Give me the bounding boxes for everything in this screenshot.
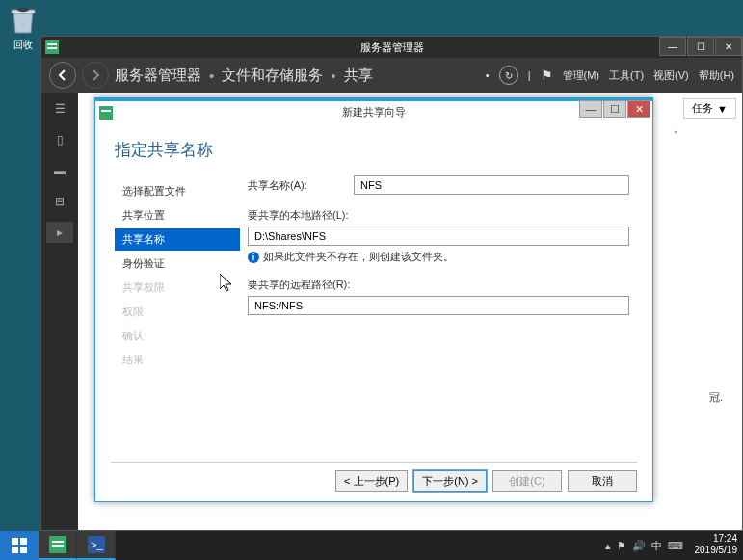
sidebar-item-disks[interactable]: ⊟ (46, 191, 73, 212)
svg-rect-3 (47, 47, 57, 49)
sidebar-item-servers[interactable]: ▯ (46, 129, 73, 150)
step-confirmation: 确认 (115, 325, 240, 347)
svg-rect-5 (101, 110, 111, 112)
step-authentication[interactable]: 身份验证 (115, 253, 240, 275)
menu-tools[interactable]: 工具(T) (609, 68, 644, 83)
clock-date: 2019/5/19 (695, 545, 738, 556)
step-select-profile[interactable]: 选择配置文件 (115, 180, 240, 202)
next-button[interactable]: 下一步(N) > (413, 470, 487, 492)
info-icon: i (248, 252, 259, 263)
wizard-footer: < 上一步(P) 下一步(N) > 创建(C) 取消 (111, 462, 637, 492)
svg-rect-11 (52, 541, 64, 543)
remote-path-label: 要共享的远程路径(R): (248, 278, 629, 292)
right-panel-text-2: 冠. (709, 390, 723, 405)
breadcrumb: 服务器管理器 • 文件和存储服务 • 共享 (115, 67, 373, 85)
share-name-input[interactable] (354, 175, 629, 195)
close-button[interactable]: ✕ (715, 37, 742, 56)
taskbar: >_ ▴ ⚑ 🔊 中 ⌨ 17:24 2019/5/19 (0, 531, 743, 560)
right-panel-text-1: 。 (674, 121, 736, 136)
step-share-location[interactable]: 共享位置 (115, 204, 240, 227)
wizard-form: 共享名称(A): 要共享的本地路径(L): i 如果此文件夹不存在，则创建该文件… (240, 123, 652, 501)
svg-rect-12 (52, 545, 64, 547)
svg-rect-2 (47, 43, 57, 45)
tray-volume-icon[interactable]: 🔊 (632, 540, 646, 552)
step-permissions: 权限 (115, 301, 240, 323)
local-path-label: 要共享的本地路径(L): (248, 208, 629, 223)
tray-up-icon[interactable]: ▴ (605, 540, 611, 552)
server-manager-titlebar[interactable]: 服务器管理器 — ☐ ✕ (41, 37, 742, 58)
share-name-label: 共享名称(A): (248, 178, 354, 193)
wizard-icon (99, 106, 113, 120)
cancel-button[interactable]: 取消 (568, 470, 637, 492)
svg-rect-7 (20, 538, 27, 545)
server-manager-icon (45, 40, 59, 54)
desktop: 回收 服务器管理器 — ☐ ✕ 服务器管理器 • 文件和存储 (0, 0, 743, 531)
back-button[interactable] (49, 62, 76, 89)
info-text: 如果此文件夹不存在，则创建该文件夹。 (263, 250, 454, 264)
server-manager-header: 服务器管理器 • 文件和存储服务 • 共享 • ↻ | ⚑ 管理(M) 工具(T… (41, 58, 742, 93)
sidebar-item-volumes[interactable]: ▬ (46, 160, 73, 181)
menu-manage[interactable]: 管理(M) (563, 68, 600, 83)
forward-button[interactable] (82, 62, 109, 89)
clock-time: 17:24 (695, 533, 738, 545)
wizard-body: 指定共享名称 选择配置文件 共享位置 共享名称 身份验证 共享权限 权限 确认 … (95, 123, 652, 501)
sidebar-item-shares[interactable]: ▸ (46, 222, 73, 243)
wizard-titlebar[interactable]: 新建共享向导 — ☐ ✕ (95, 98, 652, 123)
remote-path-input[interactable] (248, 296, 629, 315)
svg-point-0 (17, 8, 29, 12)
wizard-left-panel: 指定共享名称 选择配置文件 共享位置 共享名称 身份验证 共享权限 权限 确认 … (95, 123, 240, 501)
windows-icon (12, 538, 27, 553)
wizard-minimize-button[interactable]: — (579, 100, 602, 118)
wizard-title: 新建共享向导 (342, 105, 406, 120)
tray-keyboard-icon[interactable]: ⌨ (668, 540, 683, 552)
wizard-close-button[interactable]: ✕ (627, 100, 650, 118)
breadcrumb-sep-icon: • (331, 67, 335, 84)
taskbar-powershell[interactable]: >_ (77, 531, 116, 560)
tray-flag-icon[interactable]: ⚑ (617, 540, 626, 552)
step-share-name[interactable]: 共享名称 (115, 228, 240, 251)
svg-rect-9 (20, 547, 27, 553)
header-menu: • ↻ | ⚑ 管理(M) 工具(T) 视图(V) 帮助(H) (486, 66, 734, 85)
menu-help[interactable]: 帮助(H) (699, 68, 734, 83)
share-name-row: 共享名称(A): (248, 175, 629, 195)
chevron-down-icon: ▼ (717, 103, 728, 115)
tasks-label: 任务 (692, 101, 713, 116)
step-results: 结果 (115, 349, 240, 371)
system-tray: ▴ ⚑ 🔊 中 ⌨ (599, 531, 689, 560)
recycle-bin-label: 回收 (6, 39, 40, 52)
svg-rect-4 (99, 106, 113, 120)
start-button[interactable] (0, 531, 39, 560)
minimize-button[interactable]: — (659, 37, 686, 56)
breadcrumb-sep-icon: • (209, 67, 214, 84)
local-path-input[interactable] (248, 227, 629, 246)
tray-ime-icon[interactable]: 中 (651, 539, 662, 553)
breadcrumb-root[interactable]: 服务器管理器 (115, 67, 201, 85)
wizard-window-controls: — ☐ ✕ (578, 100, 650, 118)
svg-rect-8 (12, 547, 18, 553)
wizard-maximize-button[interactable]: ☐ (603, 100, 626, 118)
taskbar-server-manager[interactable] (39, 531, 77, 560)
sidebar: ☰ ▯ ▬ ⊟ ▸ (41, 93, 78, 530)
sidebar-item-overview[interactable]: ☰ (46, 98, 73, 120)
refresh-icon[interactable]: ↻ (499, 66, 518, 85)
breadcrumb-section[interactable]: 文件和存储服务 (222, 67, 323, 85)
maximize-button[interactable]: ☐ (687, 37, 714, 56)
recycle-bin-icon (6, 2, 40, 37)
flag-icon[interactable]: ⚑ (541, 67, 553, 83)
menu-view[interactable]: 视图(V) (653, 68, 689, 83)
recycle-bin[interactable]: 回收 (6, 2, 40, 52)
tasks-button[interactable]: 任务 ▼ (683, 98, 736, 119)
create-button: 创建(C) (492, 470, 562, 492)
svg-text:>_: >_ (91, 539, 103, 550)
window-controls: — ☐ ✕ (658, 37, 742, 56)
new-share-wizard: 新建共享向导 — ☐ ✕ 指定共享名称 选择配置文件 共享位置 共享名称 身份验… (94, 97, 653, 502)
breadcrumb-page[interactable]: 共享 (344, 67, 373, 85)
wizard-steps: 选择配置文件 共享位置 共享名称 身份验证 共享权限 权限 确认 结果 (115, 180, 240, 371)
separator-icon: | (528, 69, 531, 81)
wizard-heading: 指定共享名称 (115, 139, 240, 161)
step-share-permissions: 共享权限 (115, 277, 240, 299)
previous-button[interactable]: < 上一步(P) (335, 470, 408, 492)
dash-icon: • (486, 69, 490, 81)
svg-rect-6 (12, 538, 18, 545)
taskbar-clock[interactable]: 17:24 2019/5/19 (689, 531, 744, 560)
